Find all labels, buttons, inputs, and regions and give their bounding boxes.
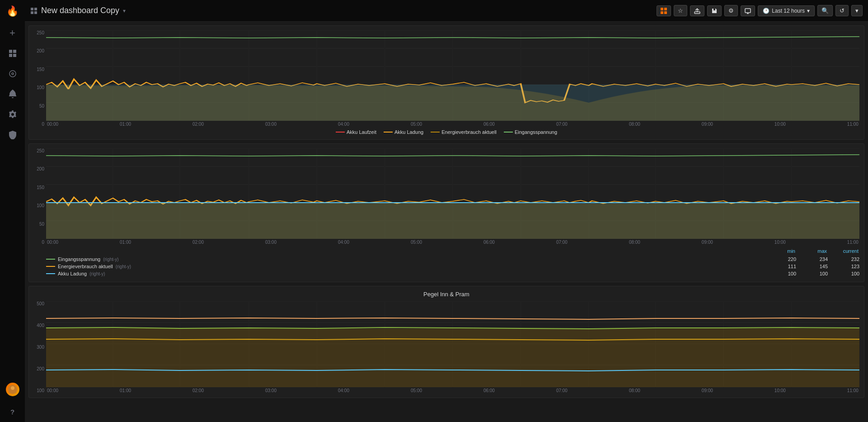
svg-rect-16: [694, 12, 700, 14]
stats-row-akku-ladung: Akku Ladung (right-y) 100 100 100: [46, 270, 859, 277]
legend-line-brown: [431, 132, 440, 133]
sidebar-item-alerting[interactable]: [0, 84, 25, 104]
stats-row-energieverbrauch: Energieverbrauch aktuell (right-y) 111 1…: [46, 263, 859, 270]
col-min: min: [764, 248, 795, 254]
sidebar-item-user[interactable]: [0, 381, 25, 402]
panel-chart1: 250 200 150 100 50 0: [28, 25, 864, 140]
stats-header: min max current: [46, 248, 859, 254]
svg-rect-14: [661, 11, 663, 14]
time-range-label: Last 12 hours: [772, 8, 805, 14]
svg-rect-10: [31, 11, 33, 14]
sidebar-item-add[interactable]: +: [0, 23, 25, 43]
svg-rect-12: [661, 8, 663, 10]
share-btn[interactable]: [690, 5, 704, 16]
topbar: New dashboard Copy ▾ ☆ ⚙ 🕐 Last 12 hours…: [25, 0, 868, 22]
refresh-btn[interactable]: ↺: [835, 5, 849, 16]
y-axis-chart3: 500 400 300 200 100: [33, 301, 46, 393]
chart1-area: 00:00 01:00 02:00 03:00 04:00 05:00 06:0…: [46, 30, 859, 127]
topbar-title-area: New dashboard Copy ▾: [30, 6, 657, 15]
legend-item-akku-ladung: Akku Ladung: [384, 129, 423, 135]
x-axis-chart1: 00:00 01:00 02:00 03:00 04:00 05:00 06:0…: [46, 122, 859, 127]
svg-point-7: [11, 386, 14, 390]
sidebar-item-dashboards[interactable]: [0, 43, 25, 63]
series-line-orange: [46, 266, 55, 267]
series-label-eingangsspannung: Eingangsspannung: [58, 256, 100, 262]
clock-icon: 🕐: [763, 8, 769, 14]
display-btn[interactable]: [741, 5, 755, 16]
svg-point-4: [9, 71, 16, 77]
grid-icon: [30, 7, 38, 14]
refresh-dropdown-btn[interactable]: ▾: [851, 5, 863, 16]
chart1-legend: Akku Laufzeit Akku Ladung Energieverbrau…: [33, 129, 859, 135]
time-range-btn[interactable]: 🕐 Last 12 hours ▾: [758, 5, 815, 16]
topbar-actions: ☆ ⚙ 🕐 Last 12 hours ▾ 🔍 ↺ ▾: [657, 5, 863, 16]
panel-chart3: Pegel Inn & Pram 500 400 300 200 100: [28, 286, 864, 398]
series-tag-3: (right-y): [89, 271, 105, 276]
val-current-3: 100: [828, 271, 859, 276]
val-max-2: 145: [796, 264, 828, 269]
val-min-1: 220: [765, 256, 796, 262]
chart3-title: Pegel Inn & Pram: [33, 291, 859, 298]
chart2-area: 00:00 01:00 02:00 03:00 04:00 05:00 06:0…: [46, 148, 859, 245]
svg-rect-0: [9, 50, 12, 53]
svg-rect-11: [34, 11, 37, 14]
legend-line-green: [504, 132, 513, 133]
avatar[interactable]: [6, 383, 19, 396]
svg-rect-1: [13, 50, 16, 53]
series-label-akku-ladung: Akku Ladung: [58, 271, 87, 276]
series-label-energieverbrauch: Energieverbrauch aktuell: [58, 264, 113, 269]
panel-btn[interactable]: [657, 5, 671, 16]
series-line-green: [46, 259, 55, 260]
y-axis-chart2: 250 200 150 100 50 0: [33, 148, 46, 245]
zoom-btn[interactable]: 🔍: [817, 5, 833, 16]
legend-line-red: [336, 132, 345, 133]
sidebar: 🔥 + ?: [0, 0, 25, 422]
legend-item-akku-laufzeit: Akku Laufzeit: [336, 129, 376, 135]
svg-rect-3: [13, 54, 16, 57]
val-max-3: 100: [796, 271, 828, 276]
x-axis-chart3: 00:00 01:00 02:00 03:00 04:00 05:00 06:0…: [46, 388, 859, 393]
app-logo[interactable]: 🔥: [0, 0, 25, 23]
title-dropdown-icon[interactable]: ▾: [123, 8, 126, 14]
series-tag-2: (right-y): [116, 264, 131, 269]
legend-item-eingangsspannung: Eingangsspannung: [504, 129, 557, 135]
sidebar-item-explore[interactable]: [0, 63, 25, 84]
time-range-chevron: ▾: [807, 8, 810, 14]
svg-rect-17: [745, 9, 751, 13]
sidebar-item-shield[interactable]: [0, 124, 25, 145]
chart3-svg: [46, 301, 859, 387]
chart2-stats: min max current Eingangsspannung (right-…: [33, 248, 859, 277]
svg-rect-8: [31, 8, 33, 10]
chart1-svg: [46, 30, 859, 121]
svg-rect-13: [664, 8, 667, 10]
sidebar-item-help[interactable]: ?: [0, 402, 25, 422]
stats-row-eingangsspannung: Eingangsspannung (right-y) 220 234 232: [46, 256, 859, 263]
dashboard-title: New dashboard Copy: [41, 6, 119, 15]
star-btn[interactable]: ☆: [674, 5, 687, 16]
x-axis-chart2: 00:00 01:00 02:00 03:00 04:00 05:00 06:0…: [46, 240, 859, 245]
main-area: New dashboard Copy ▾ ☆ ⚙ 🕐 Last 12 hours…: [25, 0, 868, 422]
val-max-1: 234: [796, 256, 828, 262]
legend-line-orange: [384, 132, 393, 133]
chart2-svg: [46, 148, 859, 239]
val-current-2: 123: [828, 264, 859, 269]
panel-chart2: 250 200 150 100 50 0: [28, 143, 864, 282]
svg-rect-9: [34, 8, 37, 10]
series-tag-1: (right-y): [103, 257, 118, 262]
chart3-area: 00:00 01:00 02:00 03:00 04:00 05:00 06:0…: [46, 301, 859, 393]
settings-btn[interactable]: ⚙: [724, 5, 738, 16]
save-btn[interactable]: [707, 5, 722, 16]
val-min-2: 111: [765, 264, 796, 269]
val-current-1: 232: [828, 256, 859, 262]
col-max: max: [795, 248, 827, 254]
legend-item-energieverbrauch: Energieverbrauch aktuell: [431, 129, 497, 135]
dashboard-content: 250 200 150 100 50 0: [25, 22, 868, 422]
svg-rect-15: [664, 11, 667, 14]
series-line-cyan: [46, 273, 55, 274]
y-axis-chart1: 250 200 150 100 50 0: [33, 30, 46, 127]
svg-rect-2: [9, 54, 12, 57]
sidebar-item-configuration[interactable]: [0, 104, 25, 124]
val-min-3: 100: [765, 271, 796, 276]
col-current: current: [827, 248, 859, 254]
svg-point-5: [12, 73, 14, 75]
